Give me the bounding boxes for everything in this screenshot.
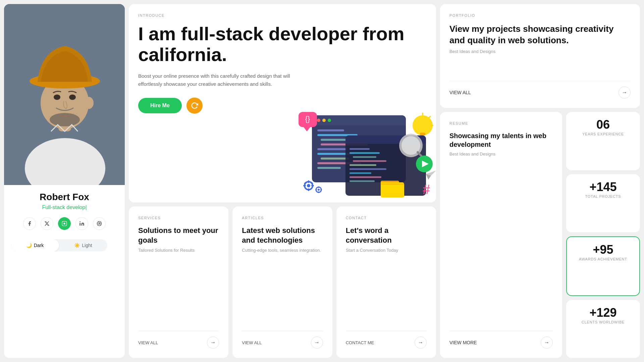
twitter-icon[interactable] bbox=[41, 217, 53, 230]
hero-title: I am full-stack developer from californi… bbox=[138, 23, 427, 65]
theme-toggle[interactable]: 🌙 Dark ☀️ Light bbox=[11, 239, 107, 251]
svg-rect-30 bbox=[345, 135, 426, 196]
resume-stats-row: RESUME Showcasing my talents in web deve… bbox=[440, 112, 640, 358]
svg-rect-60 bbox=[311, 185, 314, 186]
portfolio-view-all-link[interactable]: VIEW ALL → bbox=[449, 81, 631, 99]
svg-rect-25 bbox=[317, 148, 347, 150]
contact-me-label: CONTACT ME bbox=[346, 340, 374, 345]
services-subtitle: Tailored Solutions for Results bbox=[138, 248, 219, 253]
articles-tag: ARTICLES bbox=[242, 216, 323, 220]
services-arrow-button[interactable]: → bbox=[207, 337, 219, 349]
linkedin-icon[interactable] bbox=[75, 217, 88, 230]
instagram-icon[interactable] bbox=[58, 217, 71, 230]
refresh-icon bbox=[191, 102, 198, 109]
services-footer[interactable]: VIEW ALL → bbox=[138, 331, 219, 349]
articles-arrow-button[interactable]: → bbox=[311, 337, 323, 349]
svg-rect-65 bbox=[318, 186, 319, 188]
resume-view-more-label: VIEW MORE bbox=[449, 340, 477, 345]
portfolio-arrow-button[interactable]: → bbox=[619, 86, 631, 99]
svg-text:✦: ✦ bbox=[51, 125, 54, 129]
hire-me-button[interactable]: Hire Me bbox=[138, 98, 182, 113]
dark-mode-button[interactable]: 🌙 Dark bbox=[11, 239, 59, 251]
svg-rect-40 bbox=[350, 176, 381, 178]
svg-rect-26 bbox=[317, 153, 354, 155]
svg-point-52 bbox=[416, 156, 433, 172]
svg-rect-23 bbox=[321, 139, 354, 141]
articles-subtitle: Cutting-edge tools, seamless integration… bbox=[242, 248, 323, 253]
svg-rect-57 bbox=[308, 180, 309, 183]
awards-number: +95 bbox=[575, 244, 631, 256]
svg-rect-58 bbox=[308, 188, 309, 191]
years-experience-stat: 06 YEARS EXPERIENCE bbox=[566, 112, 640, 170]
portfolio-subtitle: Best Ideas and Designs bbox=[449, 49, 631, 54]
awards-stat: +95 AWARDS ACHIEVEMENT bbox=[566, 236, 640, 296]
svg-rect-34 bbox=[350, 152, 380, 154]
hero-actions: Hire Me bbox=[138, 98, 427, 114]
bottom-row: SERVICES Solutions to meet your goals Ta… bbox=[129, 206, 436, 358]
sidebar: ✦ bbox=[4, 4, 125, 358]
svg-point-8 bbox=[69, 95, 76, 100]
svg-rect-15 bbox=[312, 115, 406, 182]
stats-column: 06 YEARS EXPERIENCE +145 TOTAL PROJECTS … bbox=[566, 112, 640, 358]
svg-point-42 bbox=[399, 134, 423, 157]
resume-view-more-link[interactable]: VIEW MORE → bbox=[449, 331, 553, 349]
facebook-icon[interactable] bbox=[23, 217, 36, 230]
services-card: SERVICES Solutions to meet your goals Ta… bbox=[129, 206, 228, 358]
svg-rect-32 bbox=[345, 140, 426, 144]
resume-subtitle: Best Ideas and Designs bbox=[449, 152, 553, 157]
svg-rect-28 bbox=[317, 162, 361, 164]
services-content: SERVICES Solutions to meet your goals Ta… bbox=[138, 216, 219, 253]
svg-rect-33 bbox=[350, 148, 370, 150]
svg-rect-68 bbox=[320, 189, 322, 190]
projects-number: +145 bbox=[574, 181, 632, 193]
services-title: Solutions to meet your goals bbox=[138, 226, 219, 245]
articles-title: Latest web solutions and technologies bbox=[242, 226, 323, 245]
articles-view-label: VIEW ALL bbox=[242, 340, 262, 345]
contact-arrow-button[interactable]: → bbox=[415, 337, 427, 349]
main-grid: INTRODUCE I am full-stack developer from… bbox=[129, 0, 644, 362]
resume-tag: RESUME bbox=[449, 121, 553, 125]
profile-name: Robert Fox bbox=[11, 192, 118, 202]
svg-rect-31 bbox=[345, 135, 426, 144]
resume-content: RESUME Showcasing my talents in web deve… bbox=[449, 121, 553, 157]
svg-rect-22 bbox=[317, 134, 358, 136]
svg-rect-37 bbox=[350, 164, 376, 166]
svg-marker-53 bbox=[422, 161, 429, 167]
articles-footer[interactable]: VIEW ALL → bbox=[242, 331, 323, 349]
code-illustration: {} # bbox=[292, 109, 436, 202]
svg-rect-48 bbox=[420, 133, 425, 135]
svg-point-64 bbox=[318, 189, 320, 191]
resume-arrow-button[interactable]: → bbox=[541, 337, 553, 349]
svg-rect-35 bbox=[353, 156, 376, 158]
light-mode-button[interactable]: ☀️ Light bbox=[59, 239, 107, 251]
svg-rect-62 bbox=[311, 182, 313, 184]
refresh-button[interactable] bbox=[186, 98, 203, 114]
svg-point-18 bbox=[317, 119, 320, 122]
sidebar-info: Robert Fox Full-stack develop 🌙 Dark bbox=[4, 185, 125, 261]
svg-rect-38 bbox=[350, 168, 386, 170]
svg-rect-67 bbox=[315, 189, 317, 190]
awards-label: AWARDS ACHIEVEMENT bbox=[575, 257, 631, 261]
profile-illustration: ✦ bbox=[4, 4, 125, 185]
portfolio-card: PORTFOLIO View my projects showcasing cr… bbox=[440, 4, 640, 108]
contact-footer[interactable]: CONTACT ME → bbox=[346, 331, 427, 349]
svg-point-43 bbox=[401, 136, 420, 155]
dribbble-icon[interactable] bbox=[93, 217, 106, 230]
profile-role: Full-stack develop bbox=[11, 204, 118, 210]
portfolio-view-all-label: VIEW ALL bbox=[449, 90, 471, 95]
svg-rect-36 bbox=[353, 160, 386, 162]
svg-text:{}: {} bbox=[305, 115, 310, 123]
svg-rect-17 bbox=[312, 120, 406, 125]
resume-card: RESUME Showcasing my talents in web deve… bbox=[440, 112, 562, 358]
services-view-label: VIEW ALL bbox=[138, 340, 158, 345]
svg-point-63 bbox=[316, 187, 321, 192]
contact-content: CONTACT Let's word a conversation Start … bbox=[346, 216, 427, 253]
contact-subtitle: Start a Conversation Today bbox=[346, 248, 427, 253]
svg-point-19 bbox=[322, 119, 326, 122]
years-label: YEARS EXPERIENCE bbox=[574, 132, 632, 136]
clients-label: CLENTS WORLDWIBE bbox=[574, 320, 632, 324]
svg-point-6 bbox=[50, 113, 80, 126]
svg-rect-45 bbox=[299, 112, 317, 127]
svg-rect-27 bbox=[321, 158, 349, 160]
svg-line-44 bbox=[418, 152, 424, 159]
